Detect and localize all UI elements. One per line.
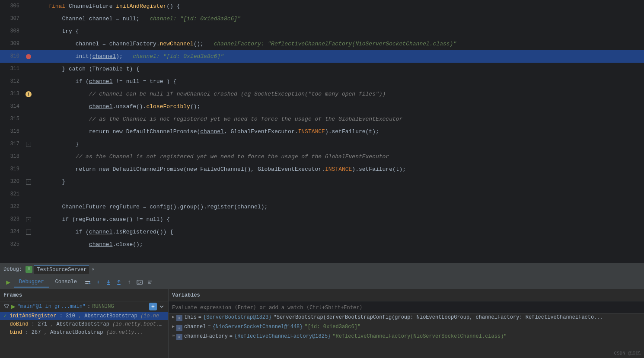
code-content-321 [33, 188, 644, 201]
tab-debugger[interactable]: Debugger [14, 277, 49, 288]
code-content-324: if (channel.isRegistered()) { [33, 226, 644, 238]
code-line-324: 324 - if (channel.isRegistered()) { [0, 226, 644, 238]
variables-title: Variables [172, 292, 200, 298]
breakpoint-310[interactable] [26, 54, 31, 59]
fold-marker-324[interactable]: - [26, 230, 31, 235]
show-execution-point-button[interactable] [83, 278, 92, 287]
gutter-317[interactable]: - [24, 138, 33, 150]
line-number-318: 318 [0, 150, 24, 163]
code-editor: 306 final ChannelFuture initAndRegister(… [0, 0, 644, 263]
hint-icon-313 [26, 91, 32, 97]
var-ref-this: {ServerBootstrap@1823} [203, 314, 271, 320]
code-line-306: 306 final ChannelFuture initAndRegister(… [0, 0, 644, 13]
gutter-311 [24, 63, 33, 75]
code-content-319: return new DefaultChannelPromise(new Fai… [33, 163, 644, 176]
code-line-323: 323 - if (regFuture.cause() != null) { [0, 213, 644, 226]
fold-marker-317[interactable]: - [26, 142, 31, 147]
gutter-324[interactable]: - [24, 226, 33, 238]
expand-channel[interactable]: ▶ [172, 324, 175, 329]
code-content-307: Channel channel = null; channel: "[id: 0… [33, 13, 644, 25]
var-icon-channel: ≡ [176, 325, 182, 331]
expand-this[interactable]: ▶ [172, 314, 175, 320]
gutter-322 [24, 201, 33, 213]
line-number-310: 310 [0, 50, 24, 63]
gutter-314 [24, 100, 33, 113]
frames-title: Frames [3, 292, 22, 298]
add-btn[interactable]: + [149, 303, 157, 310]
code-line-322: 322 ChannelFuture regFuture = config().g… [0, 201, 644, 213]
svg-marker-2 [89, 282, 91, 284]
line-number-311: 311 [0, 63, 24, 75]
var-name-this: this [184, 314, 197, 320]
line-number-324: 324 [0, 226, 24, 238]
gutter-315 [24, 113, 33, 125]
variable-this: ▶ ≡ this = {ServerBootstrap@1823} "Serve… [169, 313, 644, 323]
code-line-321: 321 [0, 188, 644, 201]
session-name[interactable]: TestSourceServer [34, 265, 89, 274]
thread-colon: : [87, 304, 90, 310]
trace-over-button[interactable] [145, 278, 155, 287]
code-content-317: } [33, 138, 644, 150]
line-number-319: 319 [0, 163, 24, 176]
fold-marker-323[interactable]: - [26, 217, 31, 222]
code-line-313: 313 // channel can be null if newChannel… [0, 88, 644, 100]
var-name-channelFactory: channelFactory [184, 333, 228, 339]
svg-rect-0 [85, 281, 90, 282]
debug-tab-bar: Debug: T TestSourceServer ✕ [0, 263, 644, 275]
svg-rect-3 [107, 284, 110, 285]
step-over-button[interactable]: ⬇ [93, 278, 103, 287]
debug-label: Debug: [3, 266, 22, 272]
dropdown-icon[interactable] [159, 304, 165, 310]
watermark: CSDN @追忆 [614, 350, 641, 356]
thread-run-indicator: ▶ [11, 302, 16, 311]
code-content-308: try { [33, 25, 644, 38]
code-line-308: 308 try { [0, 25, 644, 38]
gutter-312 [24, 75, 33, 88]
frame-item-2[interactable]: ✓ bind : 287 , AbstractBootstrap (io.net… [0, 328, 168, 336]
frames-filter: ▶ "main"@1 in gr...main" : RUNNING + [0, 301, 168, 312]
gutter-307 [24, 13, 33, 25]
gutter-320[interactable]: - [24, 176, 33, 188]
fold-marker-320[interactable]: - [26, 179, 31, 185]
code-line-310: 310 init(channel); channel: "[id: 0x1ed3… [0, 50, 644, 63]
session-icon: T [26, 266, 32, 273]
gutter-310[interactable] [24, 50, 33, 63]
add-watch-button[interactable]: + [149, 303, 157, 310]
svg-rect-1 [85, 283, 89, 284]
code-line-311: 311 } catch (Throwable t) { [0, 63, 644, 75]
step-into-button[interactable] [104, 278, 113, 287]
code-line-307: 307 Channel channel = null; channel: "[i… [0, 13, 644, 25]
thread-name: "main"@1 in gr...main" [17, 304, 86, 310]
tab-console[interactable]: Console [50, 277, 82, 288]
frame-item-0[interactable]: ✓ initAndRegister : 310 , AbstractBootst… [0, 312, 168, 320]
gutter-323[interactable]: - [24, 213, 33, 226]
line-number-316: 316 [0, 125, 24, 138]
code-line-318: 318 // as the Channel is not registered … [0, 150, 644, 163]
frame-item-1[interactable]: ✓ doBind : 271 , AbstractBootstrap (io.n… [0, 320, 168, 328]
expand-channelFactory[interactable]: ∞ [172, 333, 175, 338]
expression-input[interactable] [169, 301, 644, 313]
gutter-319 [24, 163, 33, 176]
session-close-button[interactable]: ✕ [91, 267, 95, 272]
line-number-317: 317 [0, 138, 24, 150]
evaluate-expression-button[interactable]: 1+1 [135, 278, 144, 287]
gutter-309 [24, 38, 33, 50]
code-content-311: } catch (Throwable t) { [33, 63, 644, 75]
step-out-button[interactable] [114, 278, 124, 287]
code-content-310: init(channel); channel: "[id: 0x1ed3a8c6… [33, 50, 644, 63]
line-number-320: 320 [0, 176, 24, 188]
svg-rect-4 [117, 284, 121, 285]
var-icon-this: ≡ [176, 315, 182, 321]
gutter-316 [24, 125, 33, 138]
run-to-cursor-button[interactable]: ↑ [124, 278, 134, 287]
gutter-318 [24, 150, 33, 163]
code-line-314: 314 channel.unsafe().closeForcibly(); [0, 100, 644, 113]
resume-button[interactable]: ▶ [3, 278, 13, 287]
code-line-319: 319 return new DefaultChannelPromise(new… [0, 163, 644, 176]
line-number-308: 308 [0, 25, 24, 38]
frames-panel: Frames ▶ "main"@1 in gr...main" : RUNNIN… [0, 289, 169, 358]
variables-panel: Variables ▶ ≡ this = {ServerBootstrap@18… [169, 289, 644, 358]
code-line-315: 315 // as the Channel is not registered … [0, 113, 644, 125]
var-ref-channel: {NioServerSocketChannel@1448} [213, 324, 303, 330]
code-content-315: // as the Channel is not registered yet … [33, 113, 644, 125]
